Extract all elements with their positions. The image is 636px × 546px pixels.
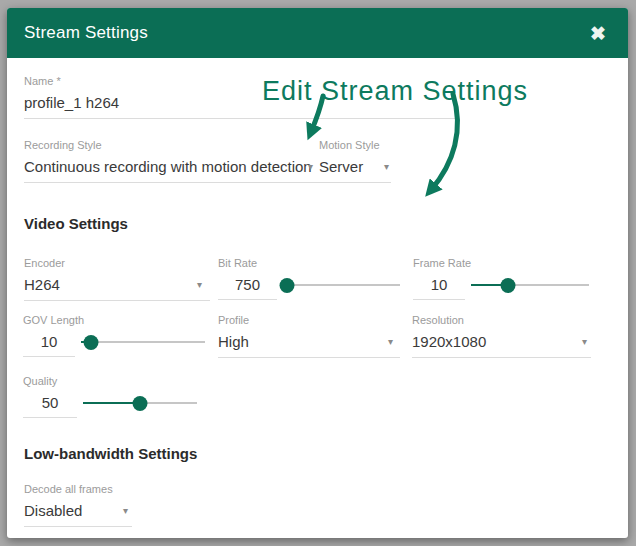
quality-slider[interactable] bbox=[83, 393, 197, 413]
page-background: Stream Settings ✖ Name * profile_1 h264 … bbox=[0, 0, 636, 546]
gov-length-field: GOV Length 10 bbox=[23, 313, 205, 352]
encoder-label: Encoder bbox=[24, 256, 210, 270]
dropdown-caret-icon: ▾ bbox=[197, 280, 202, 290]
recording-style-select[interactable]: Recording Style Continuous recording wit… bbox=[24, 138, 319, 183]
motion-style-value: Server bbox=[319, 158, 363, 175]
field-underline bbox=[24, 300, 210, 301]
dialog-header: Stream Settings ✖ bbox=[7, 8, 628, 58]
close-button[interactable]: ✖ bbox=[580, 8, 616, 58]
slider-thumb[interactable] bbox=[279, 278, 294, 293]
quality-label: Quality bbox=[23, 374, 197, 388]
field-underline bbox=[319, 182, 391, 183]
bit-rate-input[interactable]: 750 bbox=[218, 275, 277, 300]
gov-length-slider[interactable] bbox=[81, 332, 205, 352]
dropdown-caret-icon: ▾ bbox=[308, 162, 313, 172]
slider-thumb[interactable] bbox=[133, 396, 148, 411]
slider-fill bbox=[83, 402, 140, 404]
recording-style-value: Continuous recording with motion detecti… bbox=[24, 158, 312, 175]
bit-rate-label: Bit Rate bbox=[218, 256, 400, 270]
stream-settings-dialog: Stream Settings ✖ Name * profile_1 h264 … bbox=[7, 8, 628, 538]
resolution-label: Resolution bbox=[412, 313, 591, 327]
bit-rate-field: Bit Rate 750 bbox=[218, 256, 400, 295]
slider-thumb[interactable] bbox=[83, 335, 98, 350]
resolution-select[interactable]: Resolution 1920x1080▾ bbox=[412, 313, 591, 358]
field-underline bbox=[218, 357, 400, 358]
frame-rate-label: Frame Rate bbox=[413, 256, 589, 270]
profile-select[interactable]: Profile High▾ bbox=[218, 313, 400, 358]
slider-track bbox=[283, 284, 400, 286]
quality-input[interactable]: 50 bbox=[23, 393, 77, 418]
field-underline bbox=[24, 182, 319, 183]
low-bandwidth-settings-heading: Low-bandwidth Settings bbox=[24, 445, 197, 462]
close-icon: ✖ bbox=[590, 22, 606, 45]
decode-all-frames-value: Disabled bbox=[24, 502, 82, 519]
name-underline bbox=[24, 118, 457, 119]
motion-style-select[interactable]: Motion Style Server▾ bbox=[319, 138, 391, 183]
gov-length-input[interactable]: 10 bbox=[23, 332, 75, 357]
decode-all-frames-label: Decode all frames bbox=[24, 482, 132, 496]
quality-field: Quality 50 bbox=[23, 374, 197, 413]
field-underline bbox=[412, 357, 591, 358]
profile-label: Profile bbox=[218, 313, 400, 327]
encoder-value: H264 bbox=[24, 276, 60, 293]
annotation-text: Edit Stream Settings bbox=[262, 76, 528, 107]
slider-thumb[interactable] bbox=[500, 278, 515, 293]
motion-style-label: Motion Style bbox=[319, 138, 391, 152]
decode-all-frames-select[interactable]: Decode all frames Disabled▾ bbox=[24, 482, 132, 527]
resolution-value: 1920x1080 bbox=[412, 333, 486, 350]
frame-rate-input[interactable]: 10 bbox=[413, 275, 465, 300]
field-underline bbox=[24, 526, 132, 527]
dialog-title: Stream Settings bbox=[24, 23, 148, 43]
dropdown-caret-icon: ▾ bbox=[384, 162, 389, 172]
required-marker: * bbox=[56, 75, 60, 87]
dropdown-caret-icon: ▾ bbox=[388, 337, 393, 347]
recording-style-label: Recording Style bbox=[24, 138, 319, 152]
frame-rate-slider[interactable] bbox=[471, 275, 589, 295]
bit-rate-slider[interactable] bbox=[283, 275, 400, 295]
slider-track bbox=[81, 341, 205, 343]
dropdown-caret-icon: ▾ bbox=[123, 506, 128, 516]
encoder-select[interactable]: Encoder H264▾ bbox=[24, 256, 210, 301]
dropdown-caret-icon: ▾ bbox=[582, 337, 587, 347]
gov-length-label: GOV Length bbox=[23, 313, 205, 327]
video-settings-heading: Video Settings bbox=[24, 215, 128, 232]
profile-value: High bbox=[218, 333, 249, 350]
frame-rate-field: Frame Rate 10 bbox=[413, 256, 589, 295]
